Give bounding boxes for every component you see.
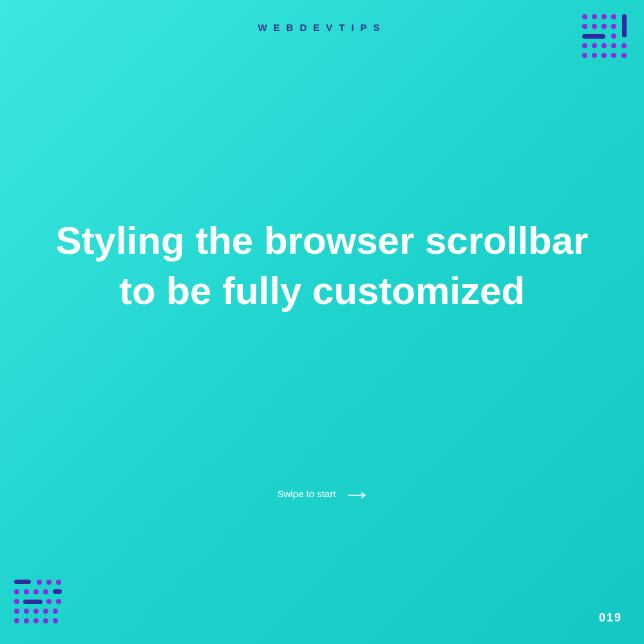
svg-rect-9	[582, 34, 605, 39]
logo-mark-bottom-left	[12, 577, 64, 632]
svg-point-23	[37, 580, 42, 585]
svg-point-15	[621, 43, 627, 48]
svg-point-43	[43, 618, 48, 623]
svg-point-11	[582, 43, 587, 48]
svg-point-38	[43, 609, 48, 614]
svg-point-19	[611, 53, 616, 58]
svg-point-37	[33, 609, 39, 614]
svg-point-3	[601, 14, 607, 19]
svg-point-28	[33, 589, 39, 594]
svg-point-24	[46, 580, 52, 585]
svg-point-17	[592, 53, 597, 58]
svg-point-44	[53, 618, 58, 623]
svg-point-35	[14, 609, 19, 614]
svg-rect-32	[23, 600, 43, 604]
svg-point-33	[46, 599, 52, 604]
page-number: 019	[599, 611, 622, 625]
svg-point-20	[621, 53, 627, 58]
logo-mark-top-right	[580, 12, 632, 67]
swipe-cta[interactable]: Swipe to start	[0, 488, 644, 500]
svg-point-36	[24, 609, 29, 614]
svg-point-16	[582, 53, 587, 58]
svg-point-39	[53, 609, 58, 614]
svg-point-27	[24, 589, 29, 594]
svg-point-40	[14, 618, 19, 623]
svg-point-4	[611, 14, 616, 19]
arrow-right-icon	[348, 489, 367, 500]
svg-point-42	[33, 618, 39, 623]
svg-rect-22	[14, 580, 31, 584]
svg-point-34	[56, 599, 61, 604]
svg-point-12	[592, 43, 597, 48]
svg-point-5	[582, 24, 587, 29]
svg-point-6	[592, 24, 597, 29]
svg-point-31	[14, 599, 19, 604]
brand-label: WEBDEVTIPS	[0, 22, 644, 33]
svg-point-7	[601, 24, 607, 29]
svg-point-41	[24, 618, 29, 623]
svg-point-2	[592, 14, 597, 19]
svg-point-14	[611, 43, 616, 48]
svg-point-25	[56, 580, 61, 585]
svg-point-8	[611, 24, 616, 29]
slide-title: Styling the browser scrollbar to be full…	[0, 216, 644, 316]
svg-point-10	[611, 33, 616, 39]
svg-point-29	[43, 589, 48, 594]
svg-rect-0	[622, 14, 627, 37]
svg-point-13	[601, 43, 607, 48]
svg-point-26	[14, 589, 19, 594]
svg-rect-30	[53, 589, 62, 594]
swipe-cta-label: Swipe to start	[277, 488, 336, 499]
svg-point-18	[601, 53, 607, 58]
svg-point-1	[582, 14, 587, 19]
slide-card: WEBDEVTIPS	[0, 0, 644, 644]
